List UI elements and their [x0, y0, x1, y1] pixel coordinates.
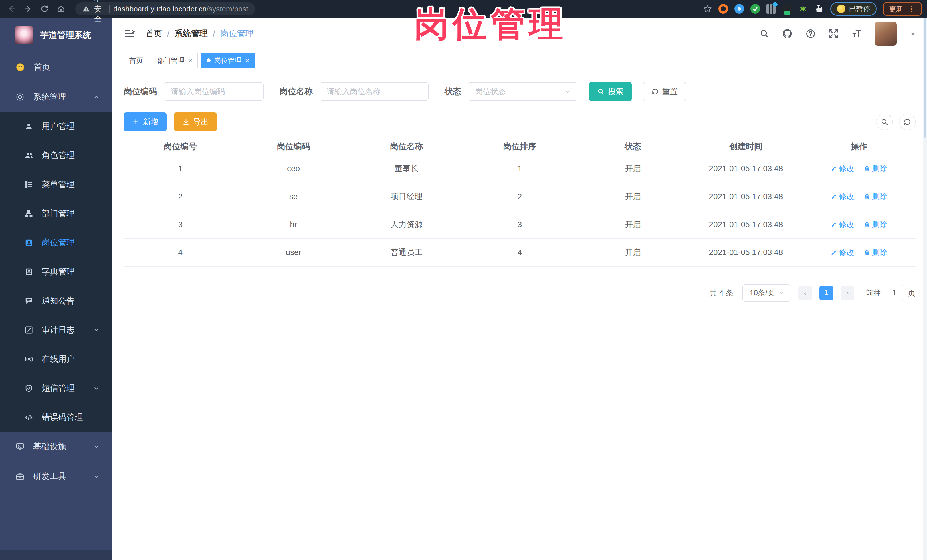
download-icon: [182, 118, 190, 126]
sidebar-item-audit-log[interactable]: 审计日志: [0, 316, 112, 344]
tab-home[interactable]: 首页: [124, 53, 148, 68]
sidebar-item-label: 字典管理: [42, 266, 100, 278]
edit-icon: [831, 193, 837, 200]
cell-sort: 4: [463, 238, 576, 266]
sidebar-item-departments[interactable]: 部门管理: [0, 199, 112, 228]
table-row: 3 hr 人力资源 3 开启 2021-01-05 17:03:48 修改删除: [124, 211, 916, 238]
edit-link[interactable]: 修改: [831, 164, 854, 174]
sidebar-item-error-codes[interactable]: 错误码管理: [0, 403, 112, 432]
sidebar-item-posts[interactable]: 岗位管理: [0, 228, 112, 257]
post-code-label: 岗位编码: [124, 86, 157, 97]
breadcrumb-separator: /: [167, 29, 169, 38]
sidebar: 芋道管理系统 首页 系统管理 用户管理: [0, 18, 112, 560]
reset-button[interactable]: 重置: [643, 82, 686, 101]
edit-link[interactable]: 修改: [831, 247, 854, 258]
scrollbar-thumb[interactable]: [924, 18, 926, 138]
sidebar-item-roles[interactable]: 角色管理: [0, 141, 112, 170]
extension-orange-icon[interactable]: [719, 4, 728, 14]
tab-posts[interactable]: 岗位管理 ×: [201, 53, 254, 68]
sidebar-item-notices[interactable]: 通知公告: [0, 287, 112, 316]
extension-gin-icon[interactable]: [782, 4, 792, 14]
sidebar-item-system[interactable]: 系统管理: [0, 82, 112, 112]
sidebar-item-infrastructure[interactable]: 基础设施: [0, 432, 112, 461]
breadcrumb-system[interactable]: 系统管理: [175, 28, 208, 39]
cell-created: 2021-01-05 17:03:48: [689, 182, 802, 211]
browser-reload-icon[interactable]: [38, 3, 51, 15]
close-icon[interactable]: ×: [188, 57, 192, 64]
sidebar-collapse-bar[interactable]: [0, 550, 112, 560]
cell-status: 开启: [576, 211, 689, 238]
browser-forward-icon[interactable]: [22, 3, 34, 15]
log-icon: [24, 326, 33, 334]
browser-menu-icon[interactable]: ⋮: [907, 4, 916, 14]
col-post-id: 岗位编号: [124, 139, 237, 155]
cell-status: 开启: [576, 238, 689, 266]
sidebar-item-dev-tools[interactable]: 研发工具: [0, 461, 112, 491]
prev-page-button[interactable]: ‹: [798, 286, 812, 300]
goto-page-input[interactable]: [886, 285, 903, 301]
message-icon: [24, 297, 33, 305]
sidebar-item-online-users[interactable]: 在线用户: [0, 344, 112, 374]
delete-link[interactable]: 删除: [864, 164, 887, 174]
add-button[interactable]: 新增: [124, 112, 167, 131]
close-icon[interactable]: ×: [245, 57, 249, 64]
page-scrollbar[interactable]: [923, 18, 927, 560]
github-icon[interactable]: [782, 28, 793, 39]
tab-label: 部门管理: [157, 56, 185, 65]
edit-link[interactable]: 修改: [831, 191, 854, 202]
page-1-button[interactable]: 1: [819, 286, 833, 300]
sidebar-item-menus[interactable]: 菜单管理: [0, 170, 112, 199]
page-size-select[interactable]: 10条/页: [742, 284, 791, 302]
export-button[interactable]: 导出: [174, 112, 217, 131]
toggle-search-button[interactable]: [876, 114, 893, 130]
next-page-button[interactable]: ›: [840, 286, 854, 300]
extension-leaf-icon[interactable]: [798, 4, 808, 14]
extension-check-icon[interactable]: [751, 4, 760, 14]
sidebar-item-label: 首页: [33, 62, 100, 73]
chrome-update-button[interactable]: 更新 ⋮: [883, 2, 922, 16]
sidebar-item-users[interactable]: 用户管理: [0, 112, 112, 141]
tab-departments[interactable]: 部门管理 ×: [152, 53, 198, 68]
chevron-down-icon: [93, 443, 100, 450]
browser-back-icon[interactable]: [5, 3, 18, 15]
tags-view: 首页 部门管理 × 岗位管理 ×: [112, 50, 927, 71]
extension-columns-icon[interactable]: [766, 4, 776, 14]
extension-pin-icon[interactable]: [734, 4, 744, 14]
delete-link[interactable]: 删除: [864, 191, 887, 202]
status-select[interactable]: 岗位状态: [468, 82, 577, 101]
breadcrumb-home[interactable]: 首页: [146, 28, 162, 39]
sidebar-item-label: 短信管理: [42, 382, 84, 394]
post-code-input[interactable]: [164, 82, 264, 101]
sidebar-item-dictionary[interactable]: 字典管理: [0, 257, 112, 287]
trash-icon: [864, 193, 870, 200]
top-navbar: 首页 / 系统管理 / 岗位管理: [112, 18, 927, 50]
profile-paused-badge[interactable]: 已暂停: [830, 2, 877, 16]
search-button[interactable]: 搜索: [589, 82, 632, 101]
app-title: 芋道管理系统: [40, 29, 91, 41]
user-avatar[interactable]: [874, 22, 897, 46]
delete-link[interactable]: 删除: [864, 219, 887, 230]
help-icon[interactable]: [805, 29, 816, 39]
sidebar-item-home[interactable]: 首页: [0, 53, 112, 82]
refresh-table-button[interactable]: [899, 114, 916, 130]
search-icon[interactable]: [759, 29, 769, 39]
sidebar-item-sms[interactable]: 短信管理: [0, 374, 112, 403]
search-icon: [597, 88, 605, 95]
table-toolbar: 新增 导出: [124, 112, 916, 131]
chevron-down-icon: [93, 385, 100, 392]
post-name-input[interactable]: [319, 82, 429, 101]
table-row: 1 ceo 董事长 1 开启 2021-01-05 17:03:48 修改删除: [124, 155, 916, 182]
edit-link[interactable]: 修改: [831, 219, 854, 230]
cell-id: 1: [124, 155, 237, 182]
browser-home-icon[interactable]: [55, 3, 67, 15]
font-size-icon[interactable]: [851, 28, 862, 39]
extension-puzzle-icon[interactable]: [814, 4, 824, 14]
breadcrumb-current: 岗位管理: [220, 28, 253, 39]
bookmark-star-icon[interactable]: [703, 4, 712, 14]
caret-down-icon[interactable]: [909, 30, 917, 37]
collapse-menu-icon[interactable]: [124, 28, 135, 39]
fullscreen-icon[interactable]: [828, 29, 839, 39]
omnibox-divider: [109, 5, 109, 12]
delete-link[interactable]: 删除: [864, 247, 887, 258]
address-bar[interactable]: 不安全 dashboard.yudao.iocoder.cn/system/po…: [75, 2, 255, 15]
